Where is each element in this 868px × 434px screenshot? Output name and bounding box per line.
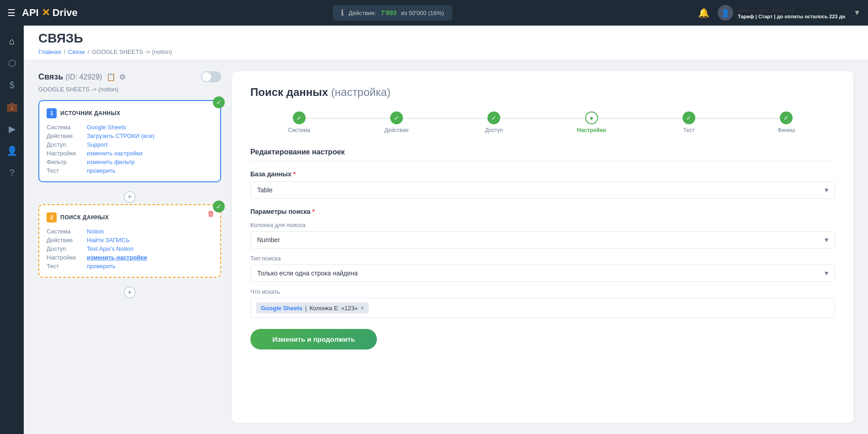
step-label-settings: Настройки: [577, 127, 606, 133]
search-tag: Google Sheets | Колонка E: «123» ×: [256, 302, 369, 313]
step-settings: ● Настройки: [543, 111, 640, 133]
column-sub-label: Колонка для поиска: [250, 222, 835, 228]
logo: API✕Drive: [22, 7, 78, 19]
sidebar: ⌂ ⬡ $ 💼 ▶ 👤 ?: [0, 26, 24, 434]
add-block2-button[interactable]: +: [124, 286, 136, 298]
actions-count: 7'893: [381, 9, 397, 16]
breadcrumb-home[interactable]: Главная: [38, 48, 61, 55]
row-value[interactable]: Google Sheets: [87, 124, 126, 131]
row-value[interactable]: изменить настройки: [87, 150, 143, 157]
db-select-wrapper: Table ▼: [250, 181, 835, 199]
logo-text: API: [22, 7, 39, 19]
block1-card: ✓ 1 ИСТОЧНИК ДАННЫХ Система Google Sheet…: [38, 100, 221, 182]
topnav-right: 🔔 👤 demo_apix-drive_s2 Тариф | Старт | д…: [698, 5, 861, 21]
left-panel: Связь (ID: 42929) 📋 ⚙ GOOGLE SHEETS -> (…: [38, 71, 221, 423]
connector2: +: [38, 285, 221, 300]
sidebar-item-billing[interactable]: $: [2, 75, 22, 95]
row-value[interactable]: изменить фильтр: [87, 159, 135, 165]
table-row: Действие Загрузить СТРОКИ (все): [47, 132, 213, 139]
row-label: Тест: [47, 167, 83, 174]
connection-subtitle: GOOGLE SHEETS -> (notion): [38, 86, 221, 93]
breadcrumb-sep2: /: [88, 48, 90, 55]
section-title: Редактирование настроек: [250, 148, 835, 161]
chevron-down-icon[interactable]: ▼: [853, 9, 861, 17]
row-value[interactable]: Test Apix's Notion: [87, 245, 133, 252]
step-label-access: Доступ: [485, 127, 503, 133]
copy-icon[interactable]: 📋: [106, 73, 116, 81]
block2-header: 2 ПОИСК ДАННЫХ: [47, 212, 213, 222]
user-plan: Тариф | Старт | до оплаты осталось 223 д…: [738, 14, 845, 19]
required-star: *: [293, 170, 296, 178]
block1-header: 1 ИСТОЧНИК ДАННЫХ: [47, 108, 213, 118]
row-value[interactable]: Загрузить СТРОКИ (все): [87, 132, 154, 139]
content-area: Связь (ID: 42929) 📋 ⚙ GOOGLE SHEETS -> (…: [24, 60, 868, 434]
table-row: Фильтр изменить фильтр: [47, 159, 213, 165]
row-label: Фильтр: [47, 159, 83, 165]
step-circle-sistema: ✓: [293, 111, 306, 124]
table-row: Доступ Support: [47, 141, 213, 148]
sidebar-item-services[interactable]: 💼: [2, 97, 22, 117]
right-panel: Поиск данных (настройка) ✓ Система ✓ Дей…: [232, 71, 853, 423]
block2-rows: Система Notion Действие Найти ЗАПИСЬ Дос…: [47, 228, 213, 270]
topnav: ☰ API✕Drive ℹ Действия: 7'893 из 50'000 …: [0, 0, 868, 26]
connection-header: Связь (ID: 42929) 📋 ⚙: [38, 71, 221, 82]
table-row: Система Notion: [47, 228, 213, 235]
actions-limit: из 50'000 (16%): [401, 10, 444, 16]
delete-block2-button[interactable]: 🗑: [207, 210, 215, 218]
step-test: ✓ Тест: [640, 111, 737, 133]
tag-input-area[interactable]: Google Sheets | Колонка E: «123» ×: [250, 298, 835, 318]
row-label: Настройки: [47, 150, 83, 157]
connector1: +: [38, 190, 221, 204]
search-type-select[interactable]: Только если одна строка найдена: [250, 265, 835, 282]
notification-icon[interactable]: 🔔: [698, 7, 709, 18]
step-label-sistema: Система: [288, 127, 310, 133]
sidebar-item-connections[interactable]: ⬡: [2, 53, 22, 73]
table-row: Тест проверить: [47, 263, 213, 270]
block1-num: 1: [47, 108, 57, 118]
row-value[interactable]: проверить: [87, 167, 116, 174]
tag-source: Google Sheets: [261, 305, 302, 312]
step-sistema: ✓ Система: [250, 111, 348, 133]
toggle-switch[interactable]: [201, 71, 221, 82]
row-value-settings[interactable]: изменить настройки: [87, 254, 147, 261]
save-button[interactable]: Изменить и продолжить: [250, 329, 377, 349]
row-value[interactable]: проверить: [87, 263, 116, 270]
connection-title: Связь (ID: 42929): [38, 72, 102, 82]
db-form-group: База данных * Table ▼: [250, 170, 835, 199]
hamburger-icon[interactable]: ☰: [7, 7, 16, 18]
sidebar-item-account[interactable]: 👤: [2, 141, 22, 161]
avatar: 👤: [718, 5, 733, 21]
breadcrumb-current: GOOGLE SHEETS -> (notion): [92, 48, 172, 55]
step-circle-settings: ●: [585, 111, 598, 124]
sidebar-item-home[interactable]: ⌂: [2, 31, 22, 51]
tag-remove-button[interactable]: ×: [360, 304, 364, 312]
panel-title: Поиск данных (настройка): [250, 86, 835, 99]
page-title: СВЯЗЬ: [38, 31, 853, 46]
table-row: Действие Найти ЗАПИСЬ: [47, 237, 213, 243]
column-select-wrapper: Number ▼: [250, 231, 835, 249]
table-row: Тест проверить: [47, 167, 213, 174]
step-label-action: Действие: [385, 127, 409, 133]
step-finish: ✓ Финиш: [738, 111, 835, 133]
add-block-button[interactable]: +: [124, 191, 136, 203]
user-name: demo_apix-drive_s2: [738, 7, 845, 14]
sidebar-item-help[interactable]: ?: [2, 163, 22, 183]
block1-check: ✓: [213, 96, 225, 108]
table-row: Система Google Sheets: [47, 124, 213, 131]
column-select[interactable]: Number: [250, 231, 835, 249]
row-value[interactable]: Support: [87, 141, 108, 148]
db-select[interactable]: Table: [250, 181, 835, 199]
search-type-select-wrapper: Только если одна строка найдена ▼: [250, 265, 835, 282]
table-row: Настройки изменить настройки: [47, 254, 213, 261]
user-details: demo_apix-drive_s2 Тариф | Старт | до оп…: [738, 7, 845, 19]
breadcrumb-connections[interactable]: Связи: [68, 48, 85, 55]
required-star2: *: [312, 208, 315, 215]
conn-icons: 📋 ⚙: [106, 73, 126, 81]
row-label: Действие: [47, 132, 83, 139]
search-params-label: Параметры поиска *: [250, 208, 835, 215]
sidebar-item-media[interactable]: ▶: [2, 119, 22, 139]
row-value[interactable]: Notion: [87, 228, 104, 235]
settings-icon[interactable]: ⚙: [119, 73, 126, 81]
breadcrumb: Главная / Связи / GOOGLE SHEETS -> (noti…: [38, 48, 853, 60]
row-value[interactable]: Найти ЗАПИСЬ: [87, 237, 130, 243]
